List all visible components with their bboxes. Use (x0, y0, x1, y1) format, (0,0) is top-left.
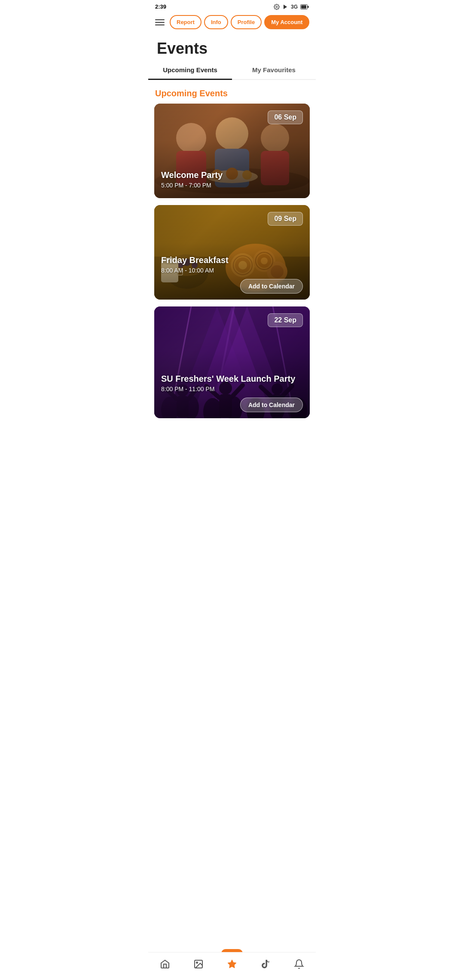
home-icon (159, 959, 171, 970)
network-indicator: 3G (291, 4, 298, 10)
svg-marker-1 (284, 4, 287, 9)
play-icon (282, 4, 288, 10)
hamburger-menu[interactable] (153, 18, 166, 27)
event-date-badge-breakfast: 09 Sep (268, 212, 303, 226)
status-time: 2:39 (155, 3, 166, 10)
battery-icon (300, 4, 309, 9)
bottom-nav-home[interactable] (155, 957, 175, 971)
nav-tabs: Report Info Profile My Account (170, 15, 309, 29)
nav-tab-report[interactable]: Report (170, 15, 201, 29)
event-card-freshers-week[interactable]: 22 Sep SU Freshers' Week Launch Party 8:… (154, 306, 310, 418)
settings-icon (274, 4, 280, 10)
event-time-welcome: 5:00 PM - 7:00 PM (161, 182, 303, 189)
event-title-welcome: Welcome Party (161, 170, 303, 180)
status-icons: 3G (274, 4, 309, 10)
event-date-badge-freshers: 22 Sep (268, 313, 303, 327)
bottom-nav-gallery[interactable] (189, 957, 208, 971)
svg-marker-66 (228, 960, 236, 968)
svg-point-0 (276, 6, 278, 8)
tab-bar: Upcoming Events My Favourites (148, 61, 316, 80)
header: Report Info Profile My Account (148, 13, 316, 33)
nav-tab-myaccount[interactable]: My Account (264, 15, 309, 29)
tab-my-favourites[interactable]: My Favourites (232, 61, 316, 80)
bottom-nav-notifications[interactable] (289, 957, 309, 971)
bottom-nav-favourites[interactable] (222, 957, 242, 971)
tab-upcoming-events[interactable]: Upcoming Events (148, 61, 232, 80)
star-icon (226, 959, 238, 970)
svg-rect-3 (301, 5, 306, 9)
bottom-nav-tiktok[interactable] (256, 957, 275, 971)
main-content: Events Upcoming Events My Favourites Upc… (148, 33, 316, 468)
tiktok-icon (260, 959, 271, 970)
event-title-freshers: SU Freshers' Week Launch Party (161, 374, 303, 384)
bell-icon (293, 959, 305, 970)
gallery-icon (193, 959, 204, 970)
add-to-calendar-breakfast[interactable]: Add to Calendar (240, 279, 303, 294)
page-title-area: Events (148, 33, 316, 61)
section-heading: Upcoming Events (148, 85, 316, 104)
nav-tab-profile[interactable]: Profile (231, 15, 262, 29)
event-title-breakfast: Friday Breakfast (161, 255, 303, 265)
event-card-welcome-party[interactable]: 06 Sep Welcome Party 5:00 PM - 7:00 PM (154, 104, 310, 198)
event-time-freshers: 8:00 PM - 11:00 PM (161, 386, 303, 392)
event-time-breakfast: 8:00 AM - 10:00 AM (161, 267, 303, 274)
add-to-calendar-freshers[interactable]: Add to Calendar (240, 398, 303, 412)
status-bar: 2:39 3G (148, 0, 316, 13)
event-card-friday-breakfast[interactable]: 09 Sep Friday Breakfast 8:00 AM - 10:00 … (154, 205, 310, 300)
page-title: Events (157, 40, 307, 58)
bottom-nav (148, 952, 316, 980)
nav-tab-info[interactable]: Info (204, 15, 228, 29)
svg-rect-4 (308, 6, 309, 8)
svg-point-65 (196, 962, 198, 963)
event-date-badge: 06 Sep (268, 110, 303, 124)
